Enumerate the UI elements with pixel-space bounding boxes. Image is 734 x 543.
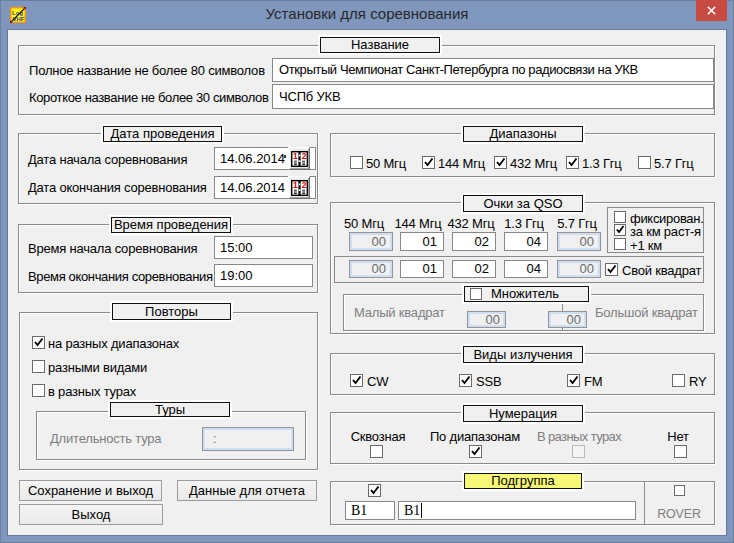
svg-text:1: 1 bbox=[293, 151, 298, 161]
svg-text:2: 2 bbox=[302, 151, 307, 161]
svg-text:1: 1 bbox=[293, 180, 298, 190]
svg-text:2: 2 bbox=[302, 180, 307, 190]
